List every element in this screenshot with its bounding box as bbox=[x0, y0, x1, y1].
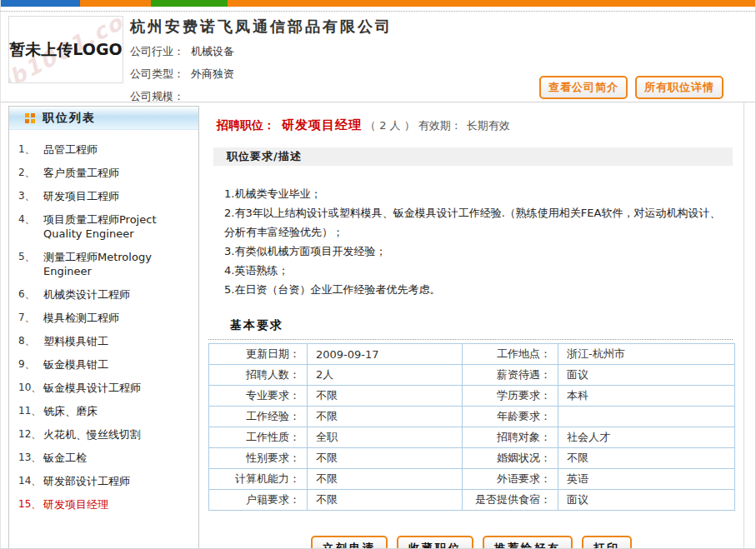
top-bar-segment-green bbox=[151, 0, 228, 7]
update-date-label: 更新日期： bbox=[209, 344, 308, 365]
job-number: 11、 bbox=[18, 404, 43, 418]
headcount: （ 2 人 ） bbox=[365, 119, 415, 132]
experience-label: 工作经验： bbox=[209, 407, 308, 427]
content-row: 职位列表 1、品管工程师 2、客户质量工程师 3、研发项目工程师 4、项目质量工… bbox=[1, 102, 744, 549]
job-type-label: 工作性质： bbox=[209, 427, 308, 448]
company-industry-label: 公司行业： bbox=[130, 45, 184, 57]
recruiting-position-label: 招聘职位： bbox=[217, 118, 275, 132]
job-label: 模具检测工程师 bbox=[43, 311, 192, 325]
top-bar-segment-orange bbox=[80, 0, 151, 7]
job-number: 10、 bbox=[18, 381, 43, 395]
table-row: 户籍要求：不限 是否提供食宿：面议 bbox=[209, 490, 735, 511]
sidebar-item-job-12[interactable]: 12、火花机、慢丝线切割 bbox=[18, 427, 192, 442]
job-list-title: 职位列表 bbox=[43, 111, 96, 126]
validity-value: 长期有效 bbox=[467, 119, 510, 132]
job-number: 8、 bbox=[18, 334, 43, 348]
all-positions-button[interactable]: 所有职位详情 bbox=[635, 76, 723, 99]
sidebar-item-job-4[interactable]: 4、项目质量工程师Project Quality Engineer bbox=[18, 212, 192, 241]
basic-requirements-header: 基本要求 bbox=[208, 317, 733, 340]
age-label: 年龄要求： bbox=[463, 407, 558, 427]
print-button[interactable]: 打印 bbox=[582, 536, 632, 549]
job-label: 塑料模具钳工 bbox=[43, 334, 192, 348]
table-row: 性别要求：不限 婚姻状况：不限 bbox=[209, 448, 735, 469]
sidebar-item-job-10[interactable]: 10、钣金模具设计工程师 bbox=[18, 381, 192, 395]
table-row: 工作性质：全职 招聘对象：社会人才 bbox=[209, 427, 735, 448]
job-label: 研发项目经理 bbox=[43, 497, 192, 512]
job-number: 14、 bbox=[18, 474, 43, 488]
company-industry-value: 机械设备 bbox=[191, 45, 234, 57]
job-label: 铣床、磨床 bbox=[43, 404, 192, 418]
job-number: 1、 bbox=[18, 142, 43, 157]
requirements-section-header: 职位要求/描述 bbox=[213, 147, 733, 166]
sidebar-item-job-11[interactable]: 11、铣床、磨床 bbox=[18, 404, 192, 418]
sidebar-item-job-8[interactable]: 8、塑料模具钳工 bbox=[18, 334, 192, 348]
headcount-value: 2人 bbox=[308, 365, 463, 386]
sidebar-item-job-5[interactable]: 5、测量工程师Metrology Engineer bbox=[18, 250, 192, 278]
job-label: 项目质量工程师Project Quality Engineer bbox=[43, 212, 192, 241]
salary-label: 薪资待遇： bbox=[463, 365, 558, 386]
salary-value: 面议 bbox=[558, 365, 735, 386]
computer-skill-value: 不限 bbox=[308, 469, 463, 490]
description-line: 1.机械类专业毕业； bbox=[224, 184, 727, 203]
company-name: 杭州安费诺飞凤通信部品有限公司 bbox=[130, 17, 755, 37]
logo-placeholder-text: 暂未上传LOGO bbox=[9, 39, 122, 61]
job-title-row: 招聘职位：研发项目经理（ 2 人 ）有效期：长期有效 bbox=[217, 117, 743, 133]
job-label: 机械类设计工程师 bbox=[43, 287, 192, 302]
table-row: 招聘人数：2人 薪资待遇：面议 bbox=[209, 365, 735, 386]
job-label: 钣金模具钳工 bbox=[43, 357, 192, 372]
job-label: 品管工程师 bbox=[43, 142, 192, 157]
table-row: 更新日期：2009-09-17 工作地点：浙江-杭州市 bbox=[209, 344, 735, 365]
job-label: 研发项目工程师 bbox=[43, 189, 192, 203]
marital-label: 婚姻状况： bbox=[463, 448, 558, 469]
company-industry-row: 公司行业：机械设备 bbox=[130, 44, 755, 59]
sidebar-item-job-2[interactable]: 2、客户质量工程师 bbox=[18, 166, 192, 180]
sidebar-item-job-1[interactable]: 1、品管工程师 bbox=[18, 142, 192, 157]
job-number: 3、 bbox=[18, 189, 43, 203]
age-value bbox=[558, 407, 735, 427]
sidebar-item-job-13[interactable]: 13、钣金工检 bbox=[18, 451, 192, 465]
target-value: 社会人才 bbox=[558, 427, 735, 448]
sidebar-item-job-15-active[interactable]: 15、研发项目经理 bbox=[18, 497, 192, 512]
marital-value: 不限 bbox=[558, 448, 735, 469]
company-size-label: 公司规模： bbox=[130, 90, 184, 102]
top-bar-segment-orange-long bbox=[228, 0, 755, 7]
gender-label: 性别要求： bbox=[209, 448, 308, 469]
job-number: 2、 bbox=[18, 166, 43, 180]
job-number: 5、 bbox=[18, 250, 43, 278]
gender-value: 不限 bbox=[308, 448, 463, 469]
job-detail-page: job1001.com 暂未上传LOGO 杭州安费诺飞凤通信部品有限公司 公司行… bbox=[0, 0, 756, 549]
job-description: 1.机械类专业毕业； 2.有3年以上结构设计或塑料模具、钣金模具设计工作经验.（… bbox=[224, 184, 727, 299]
position-title: 研发项目经理 bbox=[282, 117, 362, 132]
major-label: 专业要求： bbox=[209, 386, 308, 407]
view-company-profile-button[interactable]: 查看公司简介 bbox=[539, 76, 628, 99]
top-color-bar bbox=[1, 0, 755, 7]
job-label: 火花机、慢丝线切割 bbox=[43, 427, 192, 442]
description-line: 5.在日资（台资）企业工作经验者优先考虑。 bbox=[224, 280, 727, 299]
company-type-value: 外商独资 bbox=[191, 67, 234, 80]
job-number: 13、 bbox=[18, 451, 43, 465]
grid-squares-icon bbox=[25, 113, 35, 123]
sidebar-item-job-7[interactable]: 7、模具检测工程师 bbox=[18, 311, 192, 325]
experience-value: 不限 bbox=[308, 407, 463, 427]
foreign-language-value: 英语 bbox=[558, 469, 735, 490]
sidebar-item-job-9[interactable]: 9、钣金模具钳工 bbox=[18, 357, 192, 372]
room-board-label: 是否提供食宿： bbox=[463, 490, 558, 511]
job-number: 12、 bbox=[18, 427, 43, 442]
job-number: 7、 bbox=[18, 311, 43, 325]
job-label: 钣金模具设计工程师 bbox=[43, 381, 192, 395]
recommend-to-friend-button[interactable]: 推荐给好友 bbox=[483, 536, 573, 549]
save-job-button[interactable]: 收藏职位 bbox=[397, 536, 473, 549]
work-location-value: 浙江-杭州市 bbox=[558, 344, 735, 365]
sidebar-item-job-6[interactable]: 6、机械类设计工程师 bbox=[18, 287, 192, 302]
company-logo-placeholder: job1001.com 暂未上传LOGO bbox=[8, 16, 123, 83]
header-buttons: 查看公司简介 所有职位详情 bbox=[539, 76, 723, 99]
validity-label: 有效期： bbox=[418, 119, 462, 132]
job-type-value: 全职 bbox=[308, 427, 463, 448]
job-list-header: 职位列表 bbox=[9, 107, 198, 130]
sidebar-item-job-3[interactable]: 3、研发项目工程师 bbox=[18, 189, 192, 203]
description-line: 4.英语熟练； bbox=[224, 261, 727, 280]
sidebar-item-job-14[interactable]: 14、研发部设计工程师 bbox=[18, 474, 192, 488]
job-detail-panel: 招聘职位：研发项目经理（ 2 人 ）有效期：长期有效 职位要求/描述 1.机械类… bbox=[199, 106, 743, 549]
apply-now-button[interactable]: 立刻申请 bbox=[311, 536, 388, 549]
basic-requirements-table: 更新日期：2009-09-17 工作地点：浙江-杭州市 招聘人数：2人 薪资待遇… bbox=[208, 343, 735, 511]
